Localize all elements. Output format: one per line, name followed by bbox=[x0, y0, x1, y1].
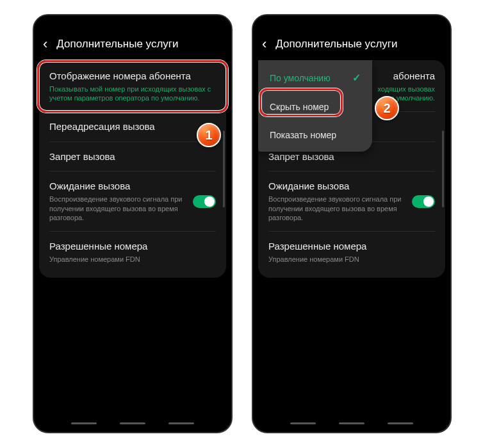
setting-title: Ожидание вызова bbox=[49, 180, 188, 193]
status-bar bbox=[34, 15, 231, 29]
phone-screenshot-right: ‹ Дополнительные услуги абонента ходящих… bbox=[252, 14, 452, 433]
toggle-switch-on[interactable] bbox=[412, 195, 435, 208]
setting-desc: Воспроизведение звукового сигнала при по… bbox=[49, 195, 188, 223]
header: ‹ Дополнительные услуги bbox=[253, 29, 450, 60]
setting-fdn[interactable]: Разрешенные номера Управление номерами F… bbox=[39, 232, 226, 272]
popup-option-default[interactable]: По умолчанию ✓ bbox=[258, 63, 372, 93]
annotation-badge-1: 1 bbox=[197, 123, 221, 147]
setting-fdn[interactable]: Разрешенные номера Управление номерами F… bbox=[258, 232, 445, 272]
nav-home[interactable] bbox=[339, 422, 364, 424]
setting-desc: Показывать мой номер при исходящих вызов… bbox=[49, 84, 216, 104]
header: ‹ Дополнительные услуги bbox=[34, 29, 231, 60]
caller-id-popup: По умолчанию ✓ Скрыть номер Показать ном… bbox=[258, 60, 372, 152]
nav-back[interactable] bbox=[168, 422, 194, 424]
nav-bar bbox=[34, 418, 231, 428]
page-title: Дополнительные услуги bbox=[56, 38, 178, 51]
setting-waiting[interactable]: Ожидание вызова Воспроизведение звуковог… bbox=[258, 172, 445, 231]
popup-option-hide[interactable]: Скрыть номер bbox=[258, 93, 372, 121]
check-icon: ✓ bbox=[352, 72, 361, 84]
settings-card: абонента ходящих вызовах по умолчанию. П… bbox=[258, 60, 445, 278]
nav-recent[interactable] bbox=[71, 422, 97, 424]
setting-desc: Воспроизведение звукового сигнала при по… bbox=[268, 195, 407, 223]
setting-desc: Управление номерами FDN bbox=[268, 255, 435, 264]
back-icon[interactable]: ‹ bbox=[262, 37, 266, 51]
popup-option-label: По умолчанию bbox=[270, 73, 331, 83]
setting-title: Переадресация вызова bbox=[49, 120, 216, 133]
setting-title: Запрет вызова bbox=[49, 150, 216, 163]
setting-title: Отображение номера абонента bbox=[49, 70, 216, 83]
nav-bar bbox=[253, 418, 450, 428]
setting-barring[interactable]: Запрет вызова bbox=[39, 142, 226, 172]
setting-waiting[interactable]: Ожидание вызова Воспроизведение звуковог… bbox=[39, 172, 226, 231]
setting-title: Ожидание вызова bbox=[268, 180, 407, 193]
settings-card: Отображение номера абонента Показывать м… bbox=[39, 60, 226, 278]
setting-caller-id[interactable]: Отображение номера абонента Показывать м… bbox=[39, 61, 226, 111]
setting-title: Разрешенные номера bbox=[268, 240, 435, 253]
setting-title: Запрет вызова bbox=[268, 150, 435, 163]
popup-option-label: Скрыть номер bbox=[270, 102, 329, 112]
back-icon[interactable]: ‹ bbox=[43, 37, 47, 51]
popup-option-label: Показать номер bbox=[270, 130, 336, 140]
nav-recent[interactable] bbox=[290, 422, 316, 424]
setting-desc: Управление номерами FDN bbox=[49, 255, 216, 264]
nav-back[interactable] bbox=[388, 422, 413, 424]
setting-title: Разрешенные номера bbox=[49, 240, 216, 253]
toggle-switch-on[interactable] bbox=[193, 195, 216, 208]
scrollbar[interactable] bbox=[223, 131, 225, 207]
scrollbar[interactable] bbox=[442, 131, 444, 207]
popup-option-show[interactable]: Показать номер bbox=[258, 121, 372, 149]
nav-home[interactable] bbox=[120, 422, 145, 424]
status-bar bbox=[253, 15, 450, 29]
phone-screenshot-left: ‹ Дополнительные услуги Отображение номе… bbox=[33, 14, 233, 433]
annotation-badge-2: 2 bbox=[375, 96, 399, 120]
page-title: Дополнительные услуги bbox=[275, 38, 397, 51]
